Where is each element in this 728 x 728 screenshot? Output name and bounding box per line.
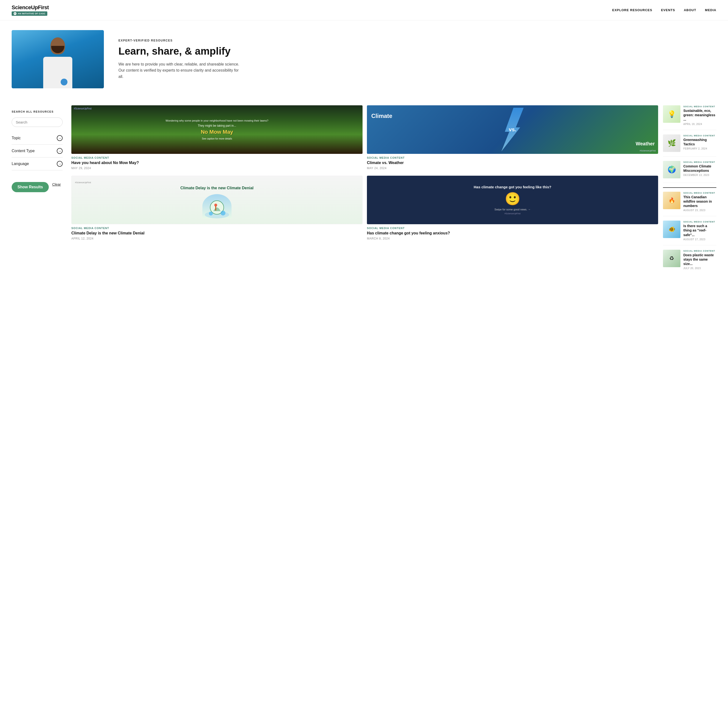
greenwash-image[interactable]: 🌿: [663, 135, 681, 152]
climate-card-date: MAY 24, 2024: [367, 167, 658, 170]
logo: ScienceUpFirst ✦ AN INITIATIVE OF CASC: [12, 5, 49, 16]
climate-card-title[interactable]: Climate vs. Weather: [367, 161, 658, 165]
card-nomow-image[interactable]: #ScienceUpFirst Wondering why some peopl…: [71, 105, 362, 154]
greenwash-body: SOCIAL MEDIA CONTENT Greenwashing Tactic…: [684, 135, 716, 152]
delay-card-title[interactable]: Climate Delay is the new Climate Denial: [71, 231, 362, 236]
misconceptions-body: SOCIAL MEDIA CONTENT Common Climate Misc…: [684, 161, 716, 178]
main-nav: EXPLORE RESOURCES EVENTS ABOUT MEDIA: [612, 8, 716, 12]
reef-image[interactable]: 🐠: [663, 220, 681, 238]
wildfire-title[interactable]: This Canadian wildfire season in numbers: [684, 195, 716, 208]
svg-point-2: [209, 212, 213, 216]
svg-point-3: [220, 211, 225, 216]
delay-card-date: APRIL 12, 2024: [71, 237, 362, 240]
show-results-button[interactable]: Show Results: [12, 182, 49, 192]
main-content: SEARCH ALL RESOURCES Topic → Content Typ…: [0, 103, 728, 278]
delay-illustration: [202, 194, 231, 219]
emoji-card-title[interactable]: Has climate change got you feeling anxio…: [367, 231, 658, 236]
filter-language[interactable]: Language →: [12, 158, 63, 170]
plastic-image[interactable]: ♻: [663, 250, 681, 267]
logo-badge: ✦ AN INITIATIVE OF CASC: [12, 11, 47, 16]
wildfire-body: SOCIAL MEDIA CONTENT This Canadian wildf…: [684, 192, 716, 212]
scientist-coat: [43, 57, 72, 88]
plastic-title[interactable]: Does plastic waste stays the same size..…: [684, 253, 716, 266]
card-nomow: #ScienceUpFirst Wondering why some peopl…: [71, 105, 362, 170]
scientist-hand: [61, 79, 67, 86]
svg-point-5: [214, 203, 217, 206]
search-wrap: [12, 118, 63, 127]
cards-row-1: #ScienceUpFirst Wondering why some peopl…: [71, 105, 658, 170]
scientist-beard: [51, 46, 64, 53]
reef-title[interactable]: Is there such a thing as "reef-safe"...: [684, 224, 716, 237]
sustainable-image[interactable]: 💡: [663, 105, 681, 123]
nomow-card-title[interactable]: Have you heard about No Mow May?: [71, 161, 362, 165]
card-delay: #ScienceUpFirst Climate Delay is the new…: [71, 176, 362, 240]
scientist-figure: [36, 35, 80, 88]
nav-media[interactable]: MEDIA: [705, 8, 716, 12]
side-card-sustainable: 💡 SOCIAL MEDIA CONTENT Sustainable, eco,…: [663, 105, 716, 130]
nomow-title: No Mow May: [201, 129, 233, 135]
reef-body: SOCIAL MEDIA CONTENT Is there such a thi…: [684, 220, 716, 241]
card-climate-image[interactable]: Climate vs. Weather #ScienceUpFirst: [367, 105, 658, 154]
nomow-top-text: Wondering why some people in your neighb…: [165, 119, 268, 122]
side-card-plastic: ♻ SOCIAL MEDIA CONTENT Does plastic wast…: [663, 250, 716, 274]
misconceptions-tag: SOCIAL MEDIA CONTENT: [684, 161, 716, 163]
wildfire-date: AUGUST 23, 2023: [684, 209, 716, 212]
emoji-hashtag: #ScienceUpFirst: [505, 213, 520, 215]
emoji-card-date: MARCH 8, 2024: [367, 237, 658, 240]
filter-content-type[interactable]: Content Type →: [12, 145, 63, 158]
plastic-body: SOCIAL MEDIA CONTENT Does plastic waste …: [684, 250, 716, 270]
sidebar-actions: Show Results Clear: [12, 176, 63, 192]
card-delay-image[interactable]: #ScienceUpFirst Climate Delay is the new…: [71, 176, 362, 224]
side-card-greenwash: 🌿 SOCIAL MEDIA CONTENT Greenwashing Tact…: [663, 135, 716, 156]
delay-img-title: Climate Delay is the new Climate Denial: [180, 186, 253, 191]
emoji-face: 🙂: [505, 193, 520, 205]
filter-topic-expand-icon: →: [57, 135, 63, 141]
emoji-text: Has climate change got you feeling like …: [474, 185, 551, 189]
search-input[interactable]: [12, 118, 63, 127]
filter-content-type-expand-icon: →: [57, 148, 63, 154]
logo-name: ScienceUpFirst: [12, 5, 49, 11]
misconceptions-image[interactable]: 🌍: [663, 161, 681, 178]
casc-icon: ✦: [14, 12, 17, 15]
misconceptions-date: DECEMBER 13, 2023: [684, 174, 716, 176]
header: ScienceUpFirst ✦ AN INITIATIVE OF CASC E…: [0, 0, 728, 20]
nomow-hashtag: #ScienceUpFirst: [74, 107, 92, 110]
wildfire-image[interactable]: 🔥: [663, 192, 681, 209]
filter-topic[interactable]: Topic →: [12, 132, 63, 145]
greenwash-tag: SOCIAL MEDIA CONTENT: [684, 135, 716, 137]
nomow-card-date: MAY 29, 2024: [71, 167, 362, 170]
greenwash-title[interactable]: Greenwashing Tactics: [684, 138, 716, 146]
main-cards-grid: #ScienceUpFirst Wondering why some peopl…: [71, 105, 658, 278]
card-emoji: Has climate change got you feeling like …: [367, 176, 658, 240]
hero-title: Learn, share, & amplify: [118, 46, 716, 57]
clear-button[interactable]: Clear: [52, 182, 61, 187]
sustainable-title[interactable]: Sustainable, eco, green: meaningless ...: [684, 109, 716, 122]
nomow-mid-text: They might be taking part in...: [198, 124, 236, 127]
divider: [663, 187, 716, 188]
nav-explore[interactable]: EXPLORE RESOURCES: [612, 8, 652, 12]
filter-language-label: Language: [12, 162, 29, 166]
emoji-card-tag: SOCIAL MEDIA CONTENT: [367, 226, 658, 229]
plastic-tag: SOCIAL MEDIA CONTENT: [684, 250, 716, 252]
hero-text: EXPERT-VERIFIED RESOURCES Learn, share, …: [118, 39, 716, 80]
side-card-misconceptions: 🌍 SOCIAL MEDIA CONTENT Common Climate Mi…: [663, 161, 716, 183]
reef-date: AUGUST 17, 2023: [684, 238, 716, 241]
scientist-head: [50, 37, 65, 54]
wildfire-tag: SOCIAL MEDIA CONTENT: [684, 192, 716, 194]
side-card-wildfire: 🔥 SOCIAL MEDIA CONTENT This Canadian wil…: [663, 192, 716, 216]
results-area: #ScienceUpFirst Wondering why some peopl…: [63, 103, 716, 278]
sustainable-date: APRIL 19, 2024: [684, 123, 716, 125]
nav-events[interactable]: EVENTS: [661, 8, 675, 12]
filter-language-expand-icon: →: [57, 161, 63, 167]
cards-row-2: #ScienceUpFirst Climate Delay is the new…: [71, 176, 658, 240]
misconceptions-title[interactable]: Common Climate Misconceptions: [684, 164, 716, 173]
sidebar-cards: 💡 SOCIAL MEDIA CONTENT Sustainable, eco,…: [663, 105, 716, 278]
sustainable-body: SOCIAL MEDIA CONTENT Sustainable, eco, g…: [684, 105, 716, 125]
sidebar-title: SEARCH ALL RESOURCES: [12, 110, 63, 113]
nav-about[interactable]: ABOUT: [684, 8, 696, 12]
side-card-reef: 🐠 SOCIAL MEDIA CONTENT Is there such a t…: [663, 220, 716, 245]
delay-hashtag: #ScienceUpFirst: [75, 181, 91, 184]
delay-card-tag: SOCIAL MEDIA CONTENT: [71, 226, 362, 229]
hero-description: We are here to provide you with clear, r…: [118, 61, 240, 80]
card-emoji-image[interactable]: Has climate change got you feeling like …: [367, 176, 658, 224]
